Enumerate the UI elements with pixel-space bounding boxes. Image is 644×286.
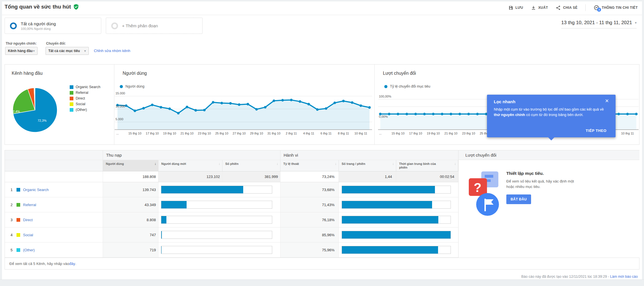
insights-button[interactable]: 2 THÔNG TIN CHI TIẾT bbox=[594, 5, 638, 11]
column-header-users[interactable]: Người dùng↓ bbox=[103, 160, 158, 171]
row-rank: 4 bbox=[11, 233, 13, 237]
legend-swatch bbox=[70, 102, 73, 106]
channel-color-swatch bbox=[16, 233, 20, 237]
conversions-legend-label: Tỷ lệ chuyển đổi mục tiêu bbox=[390, 84, 430, 88]
bounce-rate-value: 71,43% bbox=[280, 197, 339, 212]
bounce-rate-value: 85,96% bbox=[280, 227, 339, 242]
total-sessions: 381.999 bbox=[222, 171, 280, 182]
legend-swatch bbox=[70, 97, 73, 100]
bar-fill bbox=[342, 231, 451, 239]
panel-divider bbox=[374, 65, 375, 144]
column-header-new-users[interactable]: Người dùng mới↓ bbox=[158, 160, 222, 171]
bar-container bbox=[342, 231, 451, 239]
legend-swatch bbox=[70, 85, 73, 89]
legend-label: Social bbox=[76, 102, 85, 106]
row-rank: 5 bbox=[11, 248, 13, 252]
save-icon bbox=[508, 5, 513, 10]
legend-dot-icon bbox=[384, 85, 387, 88]
bounce-rate-value: 73,68% bbox=[280, 182, 339, 197]
segment-all-users[interactable]: Tất cả người dùng 100,00% Người dùng bbox=[5, 18, 101, 34]
insights-badge: 2 bbox=[597, 8, 601, 12]
legend-dot-icon bbox=[120, 85, 123, 88]
x-axis-label: 27 thg 10 bbox=[233, 132, 246, 135]
table-totals-row: 188.808 123.102 381.999 73,24% 1,44 00:0… bbox=[5, 171, 458, 182]
legend-item: (Other) bbox=[70, 108, 100, 112]
bar-container bbox=[342, 216, 451, 224]
users-bar bbox=[158, 197, 280, 212]
legend-label: Organic Search bbox=[76, 85, 100, 89]
chevron-down-icon: ▾ bbox=[635, 21, 637, 25]
bar-fill bbox=[342, 216, 438, 223]
group-behavior: Hành vi bbox=[280, 150, 458, 160]
bar-fill bbox=[161, 201, 187, 208]
insights-label: THÔNG TIN CHI TIẾT bbox=[602, 6, 638, 10]
channel-link[interactable]: Social bbox=[23, 233, 33, 237]
x-axis-label: 19 thg 10 bbox=[163, 132, 176, 135]
conversion-dropdown[interactable]: Tất cả các mục tiêu ▾ bbox=[46, 47, 89, 55]
x-axis-label: 23 thg 10 bbox=[462, 132, 475, 135]
save-label: LƯU bbox=[515, 6, 523, 10]
edit-channel-grouping-link[interactable]: Chỉnh sửa nhóm kênh bbox=[94, 49, 130, 53]
share-button[interactable]: CHIA SẺ bbox=[556, 5, 577, 10]
row-rank: 1 bbox=[11, 188, 13, 192]
bounce-rate-bar bbox=[339, 212, 458, 227]
channel-link[interactable]: Referral bbox=[23, 203, 36, 207]
segment-subtitle: 100,00% Người dùng bbox=[21, 27, 56, 30]
header-divider bbox=[2, 15, 642, 15]
conversions-chart-title: Lượt chuyển đổi bbox=[383, 71, 416, 76]
save-button[interactable]: LƯU bbox=[508, 5, 523, 10]
refresh-report-link[interactable]: Làm mới báo cáo bbox=[610, 275, 638, 279]
goal-title: Thiết lập mục tiêu. bbox=[506, 171, 575, 176]
start-button[interactable]: BẮT ĐẦU bbox=[506, 194, 531, 204]
table-row: 4Social74785,96% bbox=[5, 227, 458, 243]
close-icon[interactable]: × bbox=[603, 98, 610, 104]
column-header-pages-per-session[interactable]: Số trang / phiên↓ bbox=[339, 160, 396, 171]
x-axis-label: 21 thg 10 bbox=[444, 132, 457, 135]
primary-dimension-dropdown[interactable]: Kênh hàng đầu ▾ bbox=[5, 47, 38, 55]
y-axis-label: 0,00% bbox=[379, 115, 388, 118]
add-segment-button[interactable]: + Thêm phân đoạn bbox=[106, 18, 203, 34]
page-header: Tổng quan về sức thu hút bbox=[5, 4, 79, 10]
users-chart-title: Người dùng bbox=[123, 71, 147, 76]
primary-dimension-value: Kênh hàng đầu bbox=[8, 49, 33, 53]
channel-link[interactable]: (Other) bbox=[23, 248, 35, 252]
column-header-bounce-rate[interactable]: Tỷ lệ thoát↓ bbox=[280, 160, 339, 171]
view-all-channels-link[interactable]: đây bbox=[69, 262, 75, 266]
column-header-sessions[interactable]: Số phiên↓ bbox=[222, 160, 280, 171]
table-row: 3Direct8.80876,18% bbox=[5, 212, 458, 227]
toolbar-actions: LƯU XUẤT CHIA SẺ 2 THÔNG TIN CHI TIẾT bbox=[508, 3, 638, 13]
channel-link[interactable]: Direct bbox=[23, 218, 33, 222]
total-bounce-rate: 73,24% bbox=[280, 171, 339, 182]
users-value: 139.743 bbox=[103, 182, 158, 197]
x-axis-label: 6 thg 11 bbox=[321, 132, 332, 135]
users-value: 747 bbox=[103, 227, 158, 242]
channel-link[interactable]: Organic Search bbox=[23, 188, 49, 192]
export-label: XUẤT bbox=[538, 6, 548, 10]
users-bar bbox=[158, 212, 280, 227]
bar-fill bbox=[342, 246, 438, 254]
users-legend-label: Người dùng bbox=[125, 84, 145, 88]
channel-cell: 1Organic Search bbox=[5, 182, 103, 197]
x-axis-label: ... bbox=[379, 132, 381, 135]
bounce-rate-value: 75,96% bbox=[280, 243, 339, 257]
next-button[interactable]: TIẾP THEO bbox=[584, 128, 608, 133]
table-row: 2Referral43.34971,43% bbox=[5, 197, 458, 212]
date-range-selector[interactable]: 13 thg 10, 2021 - 11 thg 11, 2021 ▾ bbox=[561, 20, 637, 28]
tooltip-title: Lọc nhanh bbox=[494, 99, 609, 104]
bar-fill bbox=[342, 201, 432, 208]
tooltip-body: Nhập một cụm từ vào trường bộ lọc để chỉ… bbox=[494, 107, 607, 117]
legend-swatch bbox=[70, 108, 73, 112]
column-header-avg-session-duration[interactable]: Thời gian trung bình của phiên↓ bbox=[396, 160, 458, 171]
x-axis-label: 15 thg 10 bbox=[391, 132, 404, 135]
export-button[interactable]: XUẤT bbox=[531, 5, 548, 10]
legend-item: Referral bbox=[70, 91, 100, 95]
legend-item: Social bbox=[70, 102, 100, 106]
legend-swatch bbox=[70, 91, 73, 95]
bounce-rate-bar bbox=[339, 227, 458, 242]
bar-fill bbox=[161, 246, 162, 254]
channels-table-card: Thu nạp Hành vi Người dùng↓ Người dùng m… bbox=[5, 150, 639, 270]
users-line-chart bbox=[115, 93, 372, 130]
bounce-rate-value: 76,18% bbox=[280, 212, 339, 227]
channel-color-swatch bbox=[16, 248, 20, 252]
bar-fill bbox=[161, 231, 162, 239]
